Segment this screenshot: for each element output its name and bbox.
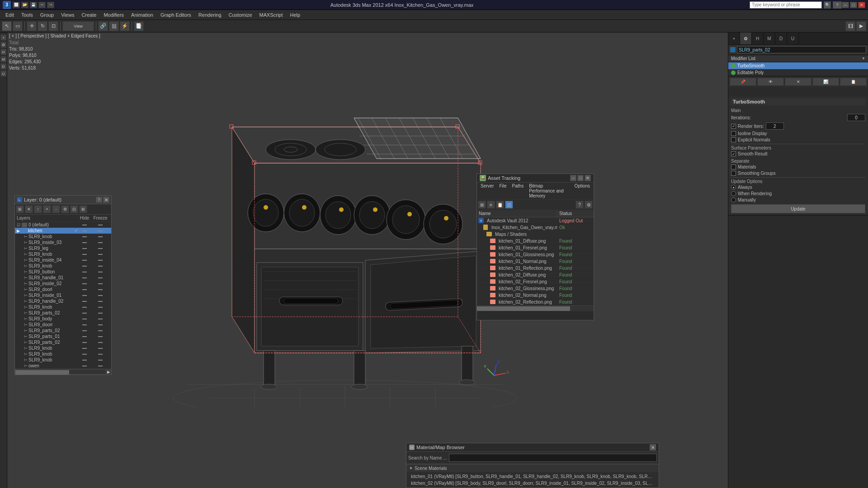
scroll-right-btn[interactable]: ▶ (106, 369, 111, 375)
menu-edit[interactable]: Edit (2, 10, 18, 20)
at-row[interactable]: kitchen_02_Fresnel.png Found (477, 278, 594, 285)
ts-manually-row[interactable]: Manually (731, 197, 865, 202)
lt-motion[interactable]: M (0, 56, 7, 62)
ts-explicit-row[interactable]: Explicit Normals (731, 137, 865, 142)
at-row[interactable]: V Autodesk Vault 2012 Logged Out (477, 217, 594, 224)
layers-tool-7[interactable]: ⊡ (70, 205, 78, 213)
menu-views[interactable]: Views (57, 10, 78, 20)
ts-isoline-row[interactable]: Isoline Display (731, 131, 865, 136)
layer-btn[interactable]: 📑 (134, 21, 144, 31)
ts-smooth-result-checkbox[interactable] (731, 151, 736, 156)
tab-hierarchy[interactable]: H (752, 33, 764, 44)
scale-btn[interactable]: ⊡ (48, 21, 58, 31)
ts-smoothinggroups-checkbox[interactable] (731, 171, 736, 176)
layers-scrollbar[interactable]: ▶ (15, 369, 111, 375)
ts-smoothinggroups-row[interactable]: Smoothing Groups (731, 171, 865, 176)
layer-item[interactable]: ⊢ SLR9_knob (19, 251, 111, 257)
pin-stack-btn[interactable]: 📌 (730, 78, 756, 86)
at-menu-paths[interactable]: Paths (509, 183, 527, 199)
ts-materials-row[interactable]: Materials (731, 164, 865, 169)
at-minimize[interactable]: – (570, 175, 576, 181)
layers-tool-5[interactable]: - (52, 205, 60, 213)
at-tool-help[interactable]: ? (576, 201, 584, 209)
mb-titlebar[interactable]: M Material/Map Browser ✕ (406, 443, 659, 452)
modifier-dropdown-arrow[interactable]: ▼ (862, 56, 865, 61)
mod-bulb-editablepoly[interactable] (731, 70, 736, 75)
at-menu-bitmap-perf[interactable]: Bitmap Performance and Memory (526, 183, 571, 199)
layer-item[interactable]: ⊢ owen (19, 363, 111, 369)
mb-section-header[interactable]: ▼ Scene Materials (406, 465, 659, 472)
lt-modify[interactable]: ⚙ (0, 42, 7, 48)
ts-materials-checkbox[interactable] (731, 164, 736, 169)
open-btn[interactable]: 📂 (21, 2, 28, 8)
mb-close-button[interactable]: ✕ (650, 444, 656, 450)
bind-btn[interactable]: ⚡ (120, 21, 130, 31)
tab-display[interactable]: D (775, 33, 787, 44)
menu-modifiers[interactable]: Modifiers (100, 10, 127, 20)
copy-mod-btn[interactable]: 📋 (840, 78, 867, 86)
at-row[interactable]: kitchen_02_Normal.png Found (477, 292, 594, 299)
at-tool-2[interactable]: ≡ (487, 201, 495, 209)
close-button[interactable]: ✕ (858, 2, 865, 8)
layer-item[interactable]: ⊢ SLR9_knob (19, 351, 111, 357)
undo-btn[interactable]: ↩ (38, 2, 46, 8)
layer-item[interactable]: ⊢ SLR9_handle_01 (19, 275, 111, 281)
layers-tool-1[interactable]: ⊞ (16, 205, 24, 213)
ts-smooth-result-row[interactable]: Smooth Result (731, 151, 865, 156)
ts-always-row[interactable]: Always (731, 185, 865, 190)
mb-mat-item-1[interactable]: kitchen_01 (VRayMtl) [SLR9_button, SLR9_… (409, 473, 656, 480)
menu-tools[interactable]: Tools (18, 10, 37, 20)
at-menu-server[interactable]: Server (478, 183, 496, 199)
at-row[interactable]: kitchen_01_Normal.png Found (477, 258, 594, 265)
layer-item[interactable]: ⊢ SLR9_knob (19, 345, 111, 351)
modifier-editablepoly[interactable]: Editable Poly (728, 69, 868, 76)
mod-channel-btn[interactable]: 📊 (812, 78, 839, 86)
layer-item[interactable]: ⊢ SLR9_knob (19, 234, 111, 239)
hscroll-track[interactable] (15, 369, 106, 375)
remove-mod-btn[interactable]: ✕ (785, 78, 811, 86)
ts-renderiters-row[interactable]: Render Iters: (731, 122, 865, 130)
layer-item[interactable]: ⊢ SLR9_parts_02 (19, 328, 111, 333)
layer-item[interactable]: ⊢ SLR9_inside_02 (19, 281, 111, 286)
layer-item[interactable]: ⊢ SLR9_knob (19, 357, 111, 363)
at-row[interactable]: kitchen_02_Glossiness.png Found (477, 285, 594, 292)
search-button[interactable]: 🔍 (824, 1, 831, 9)
layer-item[interactable]: ⊢ SLR9_doorr (19, 322, 111, 328)
menu-group[interactable]: Group (37, 10, 58, 20)
layers-tool-2[interactable]: ✕ (25, 205, 33, 213)
menu-graph-editors[interactable]: Graph Editors (157, 10, 195, 20)
at-row[interactable]: kitchen_02_Diffuse.png Found (477, 272, 594, 278)
at-row[interactable]: kitchen_02_Reflection.png Found (477, 299, 594, 305)
layer-item[interactable]: ⊢ SLR9_knob (19, 304, 111, 310)
menu-create[interactable]: Create (78, 10, 100, 20)
layer-item[interactable]: ☑ 0 (default) (15, 222, 111, 228)
at-tool-4[interactable]: ⊡ (505, 201, 513, 209)
lt-create[interactable]: + (0, 34, 7, 41)
layers-help-button[interactable]: ? (96, 197, 102, 203)
modifier-turbosmooth[interactable]: TurboSmooth (728, 62, 868, 69)
render-btn[interactable]: ▶ (856, 21, 866, 31)
help-button[interactable]: ? (833, 1, 842, 9)
minimize-button[interactable]: – (842, 2, 849, 8)
at-tool-1[interactable]: ⊞ (478, 201, 486, 209)
maximize-button[interactable]: □ (850, 2, 857, 8)
layer-item[interactable]: ⊢ SLR9_parts_02 (19, 310, 111, 316)
layers-tool-8[interactable]: ⊞ (79, 205, 87, 213)
ts-renderiters-input[interactable] (766, 122, 784, 130)
lt-utilities[interactable]: U (0, 70, 7, 77)
new-btn[interactable]: ⬜ (13, 2, 20, 8)
tab-motion[interactable]: M (764, 33, 775, 44)
menu-animation[interactable]: Animation (127, 10, 157, 20)
tab-utilities[interactable]: U (787, 33, 799, 44)
show-result-btn[interactable]: 👁 (757, 78, 784, 86)
mb-mat-item-2[interactable]: kitchen_02 (VRayMtl) [SLR9_body, SLR9_do… (409, 480, 656, 487)
object-name-input[interactable] (737, 46, 866, 53)
asset-tracking-titlebar[interactable]: 📦 Asset Tracking – □ ✕ (477, 174, 594, 183)
at-menu-file[interactable]: File (496, 183, 509, 199)
menu-rendering[interactable]: Rendering (195, 10, 225, 20)
layer-item-kitchen[interactable]: ▶ kitchen ✓ (15, 228, 111, 234)
at-tool-3[interactable]: 📋 (496, 201, 504, 209)
render-setup-btn[interactable]: 🎞 (845, 21, 855, 31)
mod-bulb-turbosmooth[interactable] (731, 64, 736, 68)
layers-tool-4[interactable]: + (43, 205, 51, 213)
